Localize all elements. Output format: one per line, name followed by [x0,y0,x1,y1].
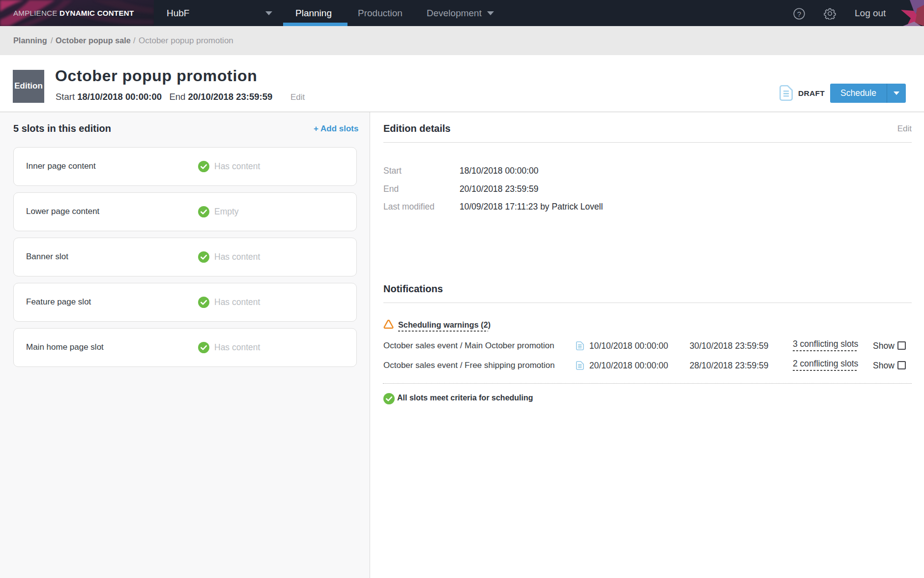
svg-text:?: ? [797,10,801,18]
